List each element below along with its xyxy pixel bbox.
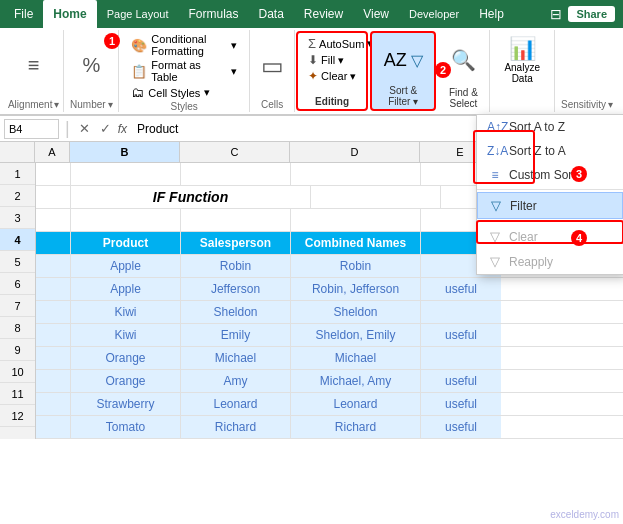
cell-b4[interactable]: Product (71, 232, 181, 254)
cell-b8[interactable]: Kiwi (71, 324, 181, 346)
cell-a8[interactable] (36, 324, 71, 346)
cell-d2[interactable] (311, 186, 441, 208)
clear-btn[interactable]: ✦ Clear ▾ (304, 68, 360, 84)
tab-view[interactable]: View (353, 0, 399, 28)
cell-d11[interactable]: Leonard (291, 393, 421, 415)
row-header-10[interactable]: 10 (0, 361, 35, 383)
minimize-icon[interactable]: ⊟ (544, 2, 568, 26)
cell-d10[interactable]: Michael, Amy (291, 370, 421, 392)
cell-c7[interactable]: Sheldon (181, 301, 291, 323)
row-header-12[interactable]: 12 (0, 405, 35, 427)
cell-c12[interactable]: Richard (181, 416, 291, 438)
cell-b7[interactable]: Kiwi (71, 301, 181, 323)
row-header-11[interactable]: 11 (0, 383, 35, 405)
cell-d5[interactable]: Robin (291, 255, 421, 277)
col-header-d[interactable]: D (290, 142, 420, 162)
cell-a5[interactable] (36, 255, 71, 277)
cell-e7[interactable] (421, 301, 501, 323)
cell-a1[interactable] (36, 163, 71, 185)
autosum-btn[interactable]: Σ AutoSum ▾ (304, 35, 360, 52)
cell-c9[interactable]: Michael (181, 347, 291, 369)
cell-c4[interactable]: Salesperson (181, 232, 291, 254)
sort-filter-btn[interactable]: AZ ▽ Sort & Filter ▾ (370, 31, 436, 111)
tab-help[interactable]: Help (469, 0, 514, 28)
tab-data[interactable]: Data (248, 0, 293, 28)
custom-sort-item[interactable]: ≡ Custom Sort... (477, 163, 623, 187)
cell-b2[interactable]: IF Function (71, 186, 311, 208)
row-header-7[interactable]: 7 (0, 295, 35, 317)
format-as-table-btn[interactable]: 📋 Format as Table ▾ (127, 58, 241, 84)
cell-a6[interactable] (36, 278, 71, 300)
cell-e9[interactable] (421, 347, 501, 369)
cell-c10[interactable]: Amy (181, 370, 291, 392)
cancel-formula-btn[interactable]: ✕ (76, 120, 93, 137)
cell-b9[interactable]: Orange (71, 347, 181, 369)
row-header-3[interactable]: 3 (0, 207, 35, 229)
col-header-c[interactable]: C (180, 142, 290, 162)
cell-d12[interactable]: Richard (291, 416, 421, 438)
sort-az-item[interactable]: A↑Z Sort A to Z (477, 115, 623, 139)
cell-c11[interactable]: Leonard (181, 393, 291, 415)
cell-b10[interactable]: Orange (71, 370, 181, 392)
cell-reference-input[interactable] (4, 119, 59, 139)
cell-e11[interactable]: useful (421, 393, 501, 415)
share-button[interactable]: Share (568, 6, 615, 22)
cell-e6[interactable]: useful (421, 278, 501, 300)
row-header-6[interactable]: 6 (0, 273, 35, 295)
col-header-a[interactable]: A (35, 142, 70, 162)
cell-b12[interactable]: Tomato (71, 416, 181, 438)
cell-a12[interactable] (36, 416, 71, 438)
clear-filter-item[interactable]: ▽ Clear (477, 224, 623, 249)
tab-developer[interactable]: Developer (399, 0, 469, 28)
cell-d4[interactable]: Combined Names (291, 232, 421, 254)
cell-c5[interactable]: Robin (181, 255, 291, 277)
row-header-2[interactable]: 2 (0, 185, 35, 207)
cell-a3[interactable] (36, 209, 71, 231)
cell-b6[interactable]: Apple (71, 278, 181, 300)
cell-b11[interactable]: Strawberry (71, 393, 181, 415)
tab-formulas[interactable]: Formulas (178, 0, 248, 28)
confirm-formula-btn[interactable]: ✓ (97, 120, 114, 137)
tab-home[interactable]: Home (43, 0, 96, 28)
sort-filter-label: Sort & Filter ▾ (380, 85, 426, 107)
row-header-5[interactable]: 5 (0, 251, 35, 273)
cell-d8[interactable]: Sheldon, Emily (291, 324, 421, 346)
filter-item[interactable]: ▽ Filter (477, 192, 623, 219)
cell-d1[interactable] (291, 163, 421, 185)
cell-a2[interactable] (36, 186, 71, 208)
cell-b3[interactable] (71, 209, 181, 231)
row-header-9[interactable]: 9 (0, 339, 35, 361)
cell-d3[interactable] (291, 209, 421, 231)
cell-a4[interactable] (36, 232, 71, 254)
cell-e10[interactable]: useful (421, 370, 501, 392)
col-header-b[interactable]: B (70, 142, 180, 162)
row-header-4[interactable]: 4 (0, 229, 35, 251)
cell-d7[interactable]: Sheldon (291, 301, 421, 323)
sort-za-item[interactable]: Z↓A Sort Z to A (477, 139, 623, 163)
format-table-icon: 📋 (131, 64, 147, 79)
cell-a7[interactable] (36, 301, 71, 323)
cell-d6[interactable]: Robin, Jefferson (291, 278, 421, 300)
cell-c3[interactable] (181, 209, 291, 231)
analyze-data-btn[interactable]: 📊 Analyze Data (496, 32, 548, 88)
row-header-8[interactable]: 8 (0, 317, 35, 339)
cell-d9[interactable]: Michael (291, 347, 421, 369)
cell-a10[interactable] (36, 370, 71, 392)
cell-b5[interactable]: Apple (71, 255, 181, 277)
cell-styles-btn[interactable]: 🗂 Cell Styles ▾ (127, 84, 241, 101)
tab-page-layout[interactable]: Page Layout (97, 0, 179, 28)
fill-btn[interactable]: ⬇ Fill ▾ (304, 52, 360, 68)
cell-c8[interactable]: Emily (181, 324, 291, 346)
cell-a9[interactable] (36, 347, 71, 369)
cell-c6[interactable]: Jefferson (181, 278, 291, 300)
row-header-1[interactable]: 1 (0, 163, 35, 185)
cell-c1[interactable] (181, 163, 291, 185)
tab-review[interactable]: Review (294, 0, 353, 28)
cell-a11[interactable] (36, 393, 71, 415)
cell-b1[interactable] (71, 163, 181, 185)
cell-e12[interactable]: useful (421, 416, 501, 438)
conditional-formatting-btn[interactable]: 🎨 Conditional Formatting ▾ (127, 32, 241, 58)
cell-e8[interactable]: useful (421, 324, 501, 346)
tab-file[interactable]: File (4, 0, 43, 28)
reapply-item[interactable]: ▽ Reapply (477, 249, 623, 274)
